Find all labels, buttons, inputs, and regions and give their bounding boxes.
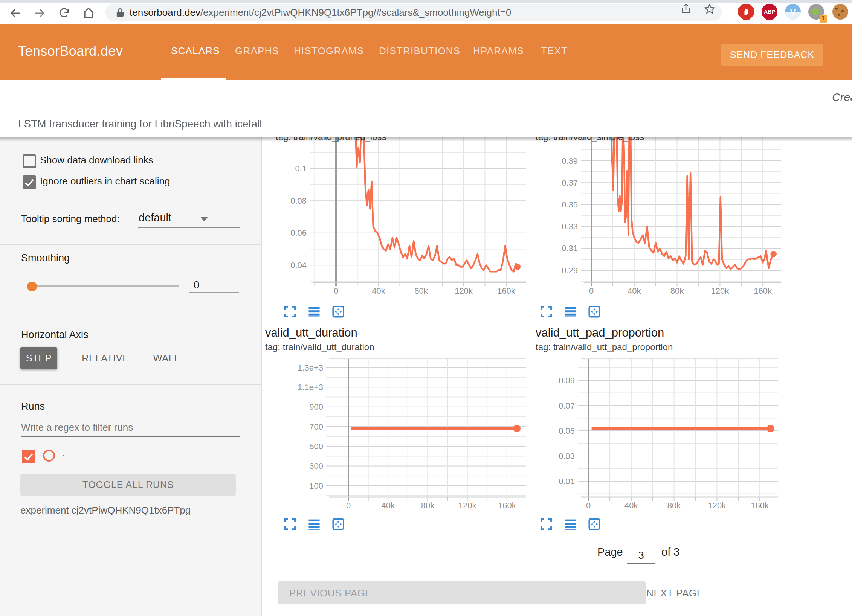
fit-domain-icon[interactable]	[588, 306, 600, 318]
content: Show data download links Ignore outliers…	[0, 137, 852, 616]
chart3-toolbar	[284, 518, 344, 530]
lock-icon	[116, 8, 124, 17]
experiment-title: LSTM transducer training for LibriSpeech…	[18, 117, 262, 130]
run-color-circle[interactable]	[43, 450, 55, 462]
toggle-all-runs-button[interactable]: TOGGLE ALL RUNS	[20, 474, 236, 496]
show-download-links-checkbox[interactable]	[23, 154, 36, 168]
experiment-caption: experiment cj2vtPiwQHKN9Q1tx6PTpg	[20, 505, 191, 516]
extension-stop-hand-icon[interactable]	[738, 4, 754, 20]
svg-text:0: 0	[334, 286, 338, 296]
tab-text[interactable]: TEXT	[541, 45, 568, 56]
svg-text:300: 300	[309, 461, 323, 471]
run-checkbox[interactable]	[22, 450, 35, 463]
expand-chart-icon[interactable]	[540, 518, 552, 530]
tab-scalars[interactable]: SCALARS	[171, 45, 220, 56]
chart-valid-pruned-loss[interactable]: 0.040.060.080.1040k80k120k160k	[265, 137, 529, 299]
divider	[0, 384, 261, 385]
svg-text:0.01: 0.01	[559, 477, 575, 486]
extension-v-icon[interactable]: V	[785, 4, 801, 20]
chart3-tag: tag: train/valid_utt_duration	[265, 342, 374, 352]
chart4-toolbar	[540, 518, 600, 530]
send-feedback-button[interactable]: SEND FEEDBACK	[721, 44, 823, 66]
reload-icon[interactable]	[56, 5, 72, 21]
expand-chart-icon[interactable]	[284, 306, 296, 318]
smoothing-slider-track[interactable]	[32, 285, 179, 287]
url-host: tensorboard.dev	[130, 7, 200, 18]
svg-text:80k: 80k	[414, 286, 428, 296]
home-icon[interactable]	[80, 5, 96, 21]
axis-step-button[interactable]: STEP	[20, 347, 57, 369]
svg-text:0: 0	[346, 501, 351, 510]
tooltip-sorting-underline	[138, 227, 240, 228]
tab-distributions[interactable]: DISTRIBUTIONS	[379, 45, 460, 56]
svg-text:40k: 40k	[381, 501, 395, 510]
app-logo[interactable]: TensorBoard.dev	[18, 44, 123, 59]
tab-strip	[0, 0, 852, 3]
tooltip-sorting-value[interactable]: default	[139, 212, 171, 224]
fit-domain-icon[interactable]	[332, 518, 344, 530]
chart1-toolbar	[284, 306, 344, 318]
extension-cookie-icon[interactable]	[832, 4, 848, 20]
svg-text:160k: 160k	[498, 501, 516, 510]
svg-text:0.29: 0.29	[562, 266, 578, 275]
page-label: Page	[597, 546, 623, 558]
chart4-tag: tag: train/valid_utt_pad_proportion	[536, 342, 673, 352]
fit-domain-icon[interactable]	[332, 306, 344, 318]
smoothing-slider-thumb[interactable]	[27, 281, 37, 291]
svg-text:80k: 80k	[421, 501, 435, 510]
back-icon[interactable]	[7, 5, 23, 21]
extension-privacy-icon[interactable]: 1	[808, 4, 824, 20]
chart-valid-utt-duration[interactable]: 1003005007009001.1e+31.3e+3040k80k120k16…	[265, 354, 529, 521]
chart-valid-simple-loss[interactable]: 0.290.310.330.350.370.39040k80k120k160k	[533, 137, 796, 299]
address-bar[interactable]: tensorboard.dev/experiment/cj2vtPiwQHKN9…	[105, 4, 722, 21]
svg-text:40k: 40k	[628, 286, 641, 296]
svg-text:0.09: 0.09	[559, 376, 575, 385]
view-data-icon[interactable]	[564, 518, 576, 530]
previous-page-button[interactable]: PREVIOUS PAGE	[278, 581, 646, 604]
info-bar: Crea LSTM transducer training for LibriS…	[0, 80, 852, 137]
extension-badge: 1	[819, 15, 827, 23]
created-text-partial: Crea	[832, 90, 852, 103]
smoothing-value-input[interactable]	[189, 279, 239, 293]
charts-panel: tag: train/valid_pruned_loss tag: train/…	[262, 137, 852, 616]
fit-domain-icon[interactable]	[588, 518, 600, 530]
svg-text:0.08: 0.08	[290, 196, 307, 206]
tab-histograms[interactable]: HISTOGRAMS	[294, 45, 364, 56]
horizontal-axis-label: Horizontal Axis	[21, 329, 89, 340]
next-page-button[interactable]: NEXT PAGE	[646, 581, 704, 604]
divider	[0, 319, 261, 319]
extension-abp-icon[interactable]: ABP	[762, 4, 777, 20]
svg-text:40k: 40k	[372, 286, 385, 296]
chart4-title: valid_utt_pad_proportion	[536, 326, 664, 340]
ignore-outliers-checkbox[interactable]	[23, 175, 36, 189]
share-icon[interactable]	[680, 3, 692, 15]
axis-relative-button[interactable]: RELATIVE	[75, 347, 136, 369]
bookmark-star-icon[interactable]	[704, 3, 716, 15]
axis-wall-button[interactable]: WALL	[148, 347, 185, 369]
svg-text:80k: 80k	[670, 286, 684, 296]
svg-text:500: 500	[309, 442, 323, 451]
view-data-icon[interactable]	[564, 306, 576, 318]
svg-text:120k: 120k	[458, 501, 477, 510]
svg-text:120k: 120k	[711, 286, 730, 296]
svg-text:0: 0	[586, 501, 591, 510]
tab-graphs[interactable]: GRAPHS	[235, 45, 279, 56]
forward-icon[interactable]	[31, 5, 47, 21]
page-number-input[interactable]	[627, 548, 655, 564]
view-data-icon[interactable]	[308, 306, 320, 318]
view-data-icon[interactable]	[308, 518, 320, 530]
svg-text:160k: 160k	[497, 286, 516, 296]
expand-chart-icon[interactable]	[540, 306, 552, 318]
chart-valid-utt-pad-proportion[interactable]: 0.010.030.050.070.09040k80k120k160k	[533, 354, 796, 521]
run-filter-input[interactable]	[21, 422, 240, 437]
svg-text:0.06: 0.06	[290, 228, 307, 238]
chart3-title: valid_utt_duration	[265, 326, 357, 340]
svg-text:1.3e+3: 1.3e+3	[298, 363, 323, 372]
show-download-links-label: Show data download links	[40, 154, 153, 166]
svg-text:0.33: 0.33	[562, 222, 578, 231]
chevron-down-icon[interactable]	[200, 217, 208, 221]
expand-chart-icon[interactable]	[284, 518, 296, 530]
svg-text:100: 100	[309, 481, 323, 491]
url-text: tensorboard.dev/experiment/cj2vtPiwQHKN9…	[130, 7, 511, 18]
tab-hparams[interactable]: HPARAMS	[473, 45, 524, 56]
